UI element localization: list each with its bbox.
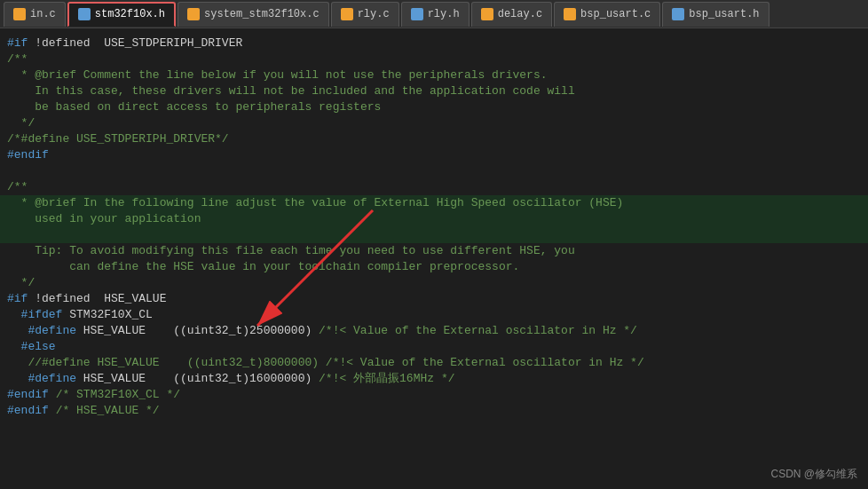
tab-label-delay-c: delay.c (498, 8, 542, 20)
code-line-16: #ifdef STM32F10X_CL (0, 307, 868, 323)
tab-rly-h[interactable]: rly.h (401, 2, 470, 27)
code-line-11: used in your application (0, 211, 868, 227)
tab-bar: in.c stm32f10x.h system_stm32f10x.c rly.… (0, 0, 868, 28)
tab-rly-c[interactable]: rly.c (331, 2, 399, 27)
code-line-15: #if !defined HSE_VALUE (0, 291, 868, 307)
code-line-14: */ (0, 275, 868, 291)
code-line-22: #endif /* HSE_VALUE */ (0, 403, 868, 419)
tab-in-c[interactable]: in.c (4, 2, 66, 27)
tab-system-stm32f10x-c[interactable]: system_stm32f10x.c (178, 2, 329, 27)
code-line-19: //#define HSE_VALUE ((uint32_t)8000000) … (0, 355, 868, 371)
tab-icon-in-c (13, 8, 26, 20)
code-line-blank2 (0, 227, 868, 243)
tab-bsp-usart-c[interactable]: bsp_usart.c (554, 2, 660, 27)
code-line-1: #if !defined USE_STDPERIPH_DRIVER (0, 35, 868, 51)
code-line-17: #define HSE_VALUE ((uint32_t)25000000) /… (0, 323, 868, 339)
tab-icon-system (187, 8, 200, 20)
tab-label-in-c: in.c (30, 8, 56, 20)
tab-stm32f10x-h[interactable]: stm32f10x.h (67, 2, 176, 27)
tab-icon-delay-c (481, 8, 493, 20)
code-line-3: * @brief Comment the line below if you w… (0, 67, 868, 83)
tab-label-rly-c: rly.c (358, 8, 390, 20)
code-line-8: #endif (0, 147, 868, 163)
code-line-4: In this case, these drivers will not be … (0, 83, 868, 99)
tab-label-system: system_stm32f10x.c (204, 8, 320, 20)
tab-icon-rly-c (341, 8, 353, 20)
tab-icon-bsp-usart-h (672, 8, 684, 20)
code-line-18: #else (0, 339, 868, 355)
tab-label-bsp-usart-c: bsp_usart.c (580, 8, 651, 20)
tab-icon-rly-h (411, 8, 423, 20)
tab-icon-bsp-usart-c (564, 8, 576, 20)
code-line-20: #define HSE_VALUE ((uint32_t)16000000) /… (0, 371, 868, 387)
tab-icon-stm32f10x-h (78, 8, 91, 20)
code-line-21: #endif /* STM32F10X_CL */ (0, 387, 868, 403)
code-line-7: /*#define USE_STDPERIPH_DRIVER*/ (0, 131, 868, 147)
tab-label-rly-h: rly.h (428, 8, 460, 20)
tab-label-bsp-usart-h: bsp_usart.h (689, 8, 759, 20)
code-line-5: be based on direct access to peripherals… (0, 99, 868, 115)
code-line-blank1 (0, 163, 868, 179)
code-line-13: can define the HSE value in your toolcha… (0, 259, 868, 275)
tab-label-stm32f10x-h: stm32f10x.h (95, 8, 165, 20)
code-line-12: Tip: To avoid modifying this file each t… (0, 243, 868, 259)
code-area: #if !defined USE_STDPERIPH_DRIVER /** * … (0, 28, 868, 489)
tab-bsp-usart-h[interactable]: bsp_usart.h (662, 2, 769, 27)
code-line-6: */ (0, 115, 868, 131)
code-line-10: * @brief In the following line adjust th… (0, 195, 868, 211)
code-line-9: /** (0, 179, 868, 195)
tab-delay-c[interactable]: delay.c (471, 2, 552, 27)
code-line-2: /** (0, 51, 868, 67)
watermark: CSDN @修勾维系 (770, 467, 857, 482)
